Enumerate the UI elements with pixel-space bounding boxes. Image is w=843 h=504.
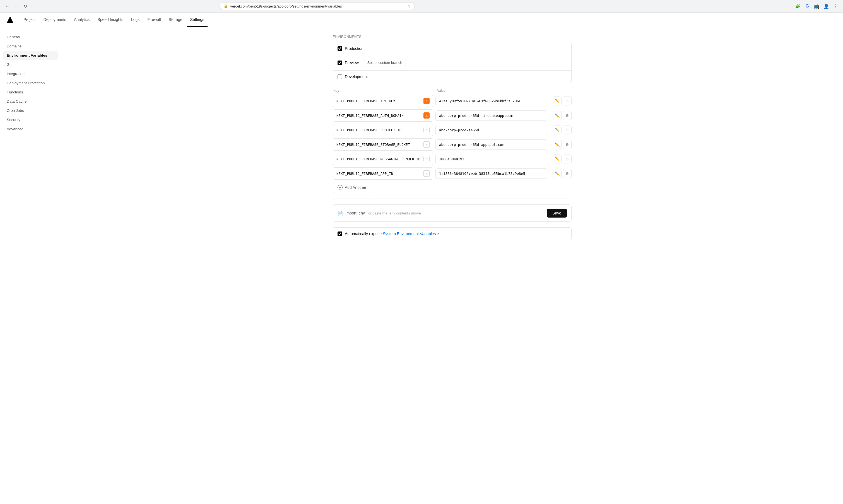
nav-speed-insights[interactable]: Speed Insights — [94, 13, 127, 27]
section-divider — [333, 199, 572, 199]
auto-expose-checkbox[interactable] — [338, 232, 342, 236]
nav-analytics[interactable]: Analytics — [71, 13, 93, 27]
nav-logs[interactable]: Logs — [128, 13, 143, 27]
browser-nav-buttons: ← → ↻ — [3, 2, 29, 10]
sidebar: General Domains Environment Variables Gi… — [0, 27, 61, 502]
cast-button[interactable]: 📺 — [813, 2, 821, 10]
env-option-production: Production — [333, 42, 571, 55]
auto-expose-section: Automatically expose System Environment … — [333, 227, 572, 240]
warning-icon-orange: ⚠ — [424, 112, 430, 119]
add-another-label: Add Another — [345, 185, 366, 190]
warning-icon-gray: △ — [424, 141, 430, 147]
lock-icon: 🔒 — [224, 4, 228, 8]
warning-icon-gray: △ — [424, 156, 430, 162]
browser-chrome: ← → ↻ 🔒 vercel.com/ben519s-projects/abc-… — [0, 0, 843, 13]
save-button[interactable]: Save — [547, 209, 567, 218]
development-checkbox[interactable] — [338, 74, 342, 79]
app-header: Project Deployments Analytics Speed Insi… — [0, 13, 843, 27]
google-button[interactable]: G — [803, 2, 811, 10]
select-custom-branch-button[interactable]: Select custom branch — [364, 59, 406, 66]
auto-expose-prefix: Automatically expose — [345, 232, 382, 236]
var-actions: ✏️ ⊖ — [549, 111, 572, 120]
warning-icon-gray: △ — [424, 170, 430, 177]
sidebar-item-cron-jobs[interactable]: Cron Jobs — [3, 106, 58, 115]
var-actions: ✏️ ⊖ — [549, 155, 572, 163]
back-button[interactable]: ← — [3, 2, 11, 10]
edit-button[interactable]: ✏️ — [553, 155, 561, 163]
import-env-button[interactable]: 📄 Import .env — [338, 211, 365, 216]
environments-label: Environments — [333, 35, 572, 39]
var-key-cell: NEXT_PUBLIC_FIREBASE_PROJECT_ID △ — [333, 124, 433, 136]
development-label: Development — [345, 74, 368, 79]
preview-label: Preview — [345, 60, 359, 65]
table-row: NEXT_PUBLIC_FIREBASE_API_KEY ⚠ AIzaSyBRf… — [333, 95, 572, 107]
nav-settings[interactable]: Settings — [187, 13, 208, 27]
edit-button[interactable]: ✏️ — [553, 96, 561, 105]
edit-button[interactable]: ✏️ — [553, 140, 561, 149]
edit-button[interactable]: ✏️ — [553, 111, 561, 120]
nav-firewall[interactable]: Firewall — [144, 13, 164, 27]
table-row: NEXT_PUBLIC_FIREBASE_STORAGE_BUCKET △ ab… — [333, 138, 572, 150]
var-key-cell: NEXT_PUBLIC_FIREBASE_APP_ID △ — [333, 167, 433, 180]
sidebar-item-git[interactable]: Git — [3, 60, 58, 69]
main-nav: Project Deployments Analytics Speed Insi… — [20, 13, 208, 27]
sidebar-item-integrations[interactable]: Integrations — [3, 69, 58, 78]
edit-button[interactable]: ✏️ — [553, 126, 561, 134]
var-key: NEXT_PUBLIC_FIREBASE_APP_ID — [337, 172, 421, 176]
system-env-vars-link[interactable]: System Environment Variables ↗ — [383, 232, 440, 236]
sidebar-item-general[interactable]: General — [3, 33, 58, 41]
sidebar-item-functions[interactable]: Functions — [3, 88, 58, 96]
sidebar-item-domains[interactable]: Domains — [3, 42, 58, 51]
var-value-cell: 1:188643848192:web:38343bb55bca1b73c9e8e… — [435, 168, 547, 179]
var-key: NEXT_PUBLIC_FIREBASE_MESSAGING_SENDER_ID — [337, 157, 421, 161]
nav-project[interactable]: Project — [20, 13, 39, 27]
add-circle-icon: + — [338, 185, 343, 190]
main-layout: General Domains Environment Variables Gi… — [0, 27, 843, 502]
delete-button[interactable]: ⊖ — [563, 169, 572, 178]
profile-button[interactable]: 👤 — [822, 2, 830, 10]
import-section: 📄 Import .env or paste the .env contents… — [333, 204, 572, 222]
var-key: NEXT_PUBLIC_FIREBASE_STORAGE_BUCKET — [337, 143, 421, 147]
forward-button[interactable]: → — [12, 2, 20, 10]
system-env-link-text: System Environment Variables — [383, 232, 436, 236]
sidebar-item-security[interactable]: Security — [3, 115, 58, 124]
preview-checkbox[interactable] — [338, 60, 342, 65]
key-col-label: Key — [333, 89, 437, 93]
warning-icon-gray: △ — [424, 127, 430, 133]
delete-button[interactable]: ⊖ — [563, 111, 572, 120]
nav-storage[interactable]: Storage — [165, 13, 186, 27]
address-bar[interactable]: 🔒 vercel.com/ben519s-projects/abc-corp/s… — [219, 2, 415, 10]
sidebar-item-advanced[interactable]: Advanced — [3, 125, 58, 133]
sidebar-item-environment-variables[interactable]: Environment Variables — [3, 51, 58, 60]
delete-button[interactable]: ⊖ — [563, 96, 572, 105]
var-actions: ✏️ ⊖ — [549, 96, 572, 105]
reload-button[interactable]: ↻ — [21, 2, 29, 10]
add-another-button[interactable]: + Add Another — [333, 182, 371, 193]
url-text: vercel.com/ben519s-projects/abc-corp/set… — [230, 4, 405, 8]
warning-icon-orange: ⚠ — [424, 98, 430, 104]
browser-action-buttons: 🧩 G 📺 👤 ⋮ — [794, 2, 840, 10]
delete-button[interactable]: ⊖ — [563, 126, 572, 134]
star-icon: ☆ — [407, 4, 411, 8]
nav-deployments[interactable]: Deployments — [40, 13, 70, 27]
extensions-button[interactable]: 🧩 — [794, 2, 802, 10]
production-checkbox[interactable] — [338, 46, 342, 51]
variables-header: Key Value — [333, 89, 572, 93]
table-row: NEXT_PUBLIC_FIREBASE_APP_ID △ 1:18864384… — [333, 167, 572, 180]
env-option-preview: Preview Select custom branch — [333, 55, 571, 71]
variable-rows: NEXT_PUBLIC_FIREBASE_API_KEY ⚠ AIzaSyBRf… — [333, 95, 572, 180]
environment-options: Production Preview Select custom branch … — [333, 42, 572, 83]
var-key-cell: NEXT_PUBLIC_FIREBASE_AUTH_DOMAIN ⚠ — [333, 109, 433, 122]
table-row: NEXT_PUBLIC_FIREBASE_PROJECT_ID △ abc-co… — [333, 124, 572, 136]
var-actions: ✏️ ⊖ — [549, 126, 572, 134]
edit-button[interactable]: ✏️ — [553, 169, 561, 178]
var-value-cell: AIzaSyBRf5VTuNNQWTwFsfwOGx9mKkkf3zu-U6E — [435, 96, 547, 106]
file-icon: 📄 — [338, 211, 343, 216]
delete-button[interactable]: ⊖ — [563, 140, 572, 149]
sidebar-item-deployment-protection[interactable]: Deployment Protection — [3, 79, 58, 87]
var-key: NEXT_PUBLIC_FIREBASE_API_KEY — [337, 99, 421, 103]
delete-button[interactable]: ⊖ — [563, 155, 572, 163]
sidebar-item-data-cache[interactable]: Data Cache — [3, 97, 58, 106]
menu-button[interactable]: ⋮ — [832, 2, 840, 10]
main-content: Environments Production Preview Select c… — [61, 27, 843, 502]
